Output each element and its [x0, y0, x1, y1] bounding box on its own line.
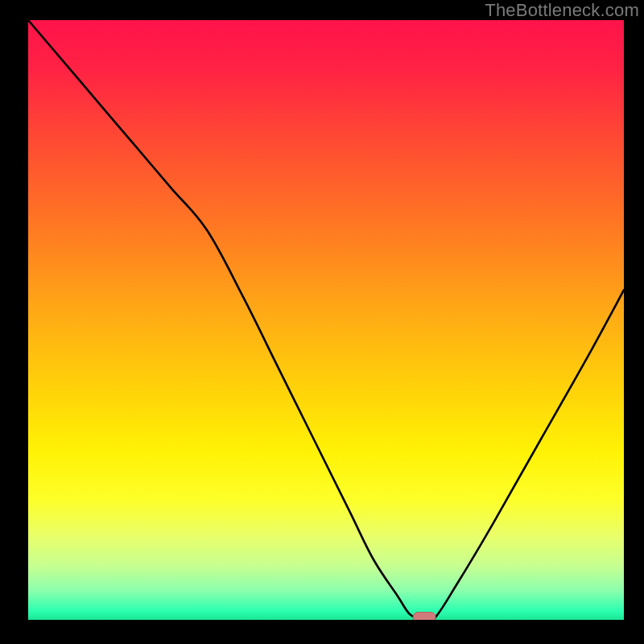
- optimal-marker: [413, 613, 436, 621]
- watermark: TheBottleneck.com: [485, 0, 639, 21]
- chart-svg: [28, 20, 624, 620]
- bottleneck-chart: [28, 20, 624, 620]
- heat-gradient: [28, 20, 624, 620]
- chart-container: TheBottleneck.com: [0, 0, 644, 644]
